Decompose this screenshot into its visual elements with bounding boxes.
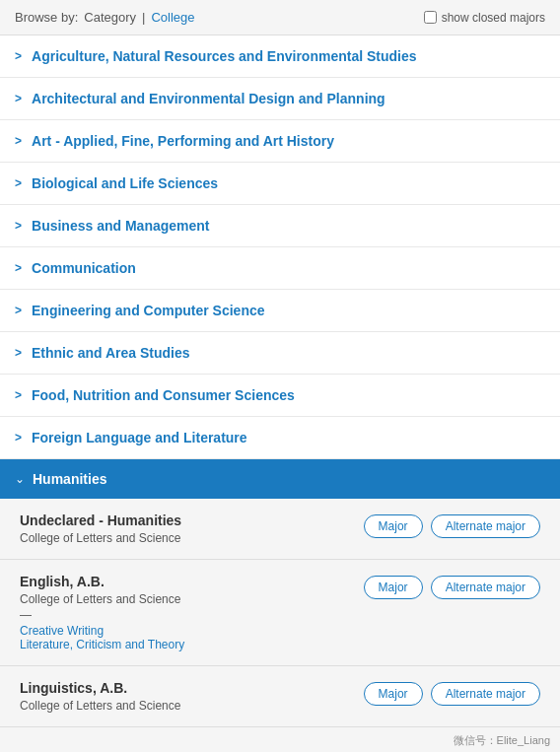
college-link[interactable]: College: [151, 10, 194, 25]
category-list: > Agriculture, Natural Resources and Env…: [0, 35, 560, 459]
alternate-major-button[interactable]: Alternate major: [431, 576, 540, 599]
major-college: College of Letters and Science: [20, 699, 364, 713]
category-label-ethnic: Ethnic and Area Studies: [32, 345, 190, 361]
chevron-right-icon: >: [15, 92, 22, 105]
category-label-food: Food, Nutrition and Consumer Sciences: [32, 387, 295, 403]
major-dash: —: [20, 608, 364, 622]
major-entry-0: Undeclared - Humanities College of Lette…: [0, 499, 560, 560]
category-item-business: > Business and Management: [0, 205, 560, 247]
chevron-right-icon: >: [15, 304, 22, 317]
category-row-engineering[interactable]: > Engineering and Computer Science: [0, 290, 560, 331]
chevron-right-icon: >: [15, 431, 22, 444]
major-info: Linguistics, A.B. College of Letters and…: [20, 680, 364, 713]
category-item-agriculture: > Agriculture, Natural Resources and Env…: [0, 35, 560, 78]
major-name: English, A.B.: [20, 574, 364, 589]
category-item-ethnic: > Ethnic and Area Studies: [0, 332, 560, 375]
expanded-header[interactable]: ⌄ Humanities: [0, 459, 560, 499]
chevron-right-icon: >: [15, 261, 22, 275]
chevron-right-icon: >: [15, 49, 22, 63]
separator: |: [142, 10, 145, 25]
expanded-section: ⌄ Humanities Undeclared - Humanities Col…: [0, 459, 560, 727]
category-row-architectural[interactable]: > Architectural and Environmental Design…: [0, 78, 560, 119]
category-label-foreign: Foreign Language and Literature: [32, 430, 247, 445]
category-label-agriculture: Agriculture, Natural Resources and Envir…: [32, 48, 417, 64]
major-buttons: Major Alternate major: [364, 514, 540, 538]
major-info: Undeclared - Humanities College of Lette…: [20, 513, 364, 545]
category-label-art: Art - Applied, Fine, Performing and Art …: [32, 133, 334, 149]
major-sub2: Literature, Criticism and Theory: [20, 638, 364, 651]
chevron-right-icon: >: [15, 176, 22, 190]
alternate-major-button[interactable]: Alternate major: [431, 514, 540, 538]
major-sub1: Creative Writing: [20, 624, 364, 638]
chevron-right-icon: >: [15, 388, 22, 402]
category-row-art[interactable]: > Art - Applied, Fine, Performing and Ar…: [0, 120, 560, 162]
chevron-right-icon: >: [15, 134, 22, 148]
major-college: College of Letters and Science: [20, 531, 364, 545]
chevron-right-icon: >: [15, 219, 22, 233]
category-label-communication: Communication: [32, 260, 136, 276]
major-college: College of Letters and Science: [20, 592, 364, 606]
major-entry-2: Linguistics, A.B. College of Letters and…: [0, 666, 560, 727]
category-label-architectural: Architectural and Environmental Design a…: [32, 91, 385, 106]
category-link[interactable]: Category: [84, 10, 136, 25]
watermark: 微信号：Elite_Liang: [0, 727, 560, 752]
major-info: English, A.B. College of Letters and Sci…: [20, 574, 364, 651]
category-item-biological: > Biological and Life Sciences: [0, 163, 560, 205]
category-label-biological: Biological and Life Sciences: [32, 175, 218, 191]
category-item-foreign: > Foreign Language and Literature: [0, 417, 560, 459]
category-item-art: > Art - Applied, Fine, Performing and Ar…: [0, 120, 560, 163]
category-row-foreign[interactable]: > Foreign Language and Literature: [0, 417, 560, 458]
category-row-ethnic[interactable]: > Ethnic and Area Studies: [0, 332, 560, 374]
category-label-engineering: Engineering and Computer Science: [32, 303, 265, 318]
major-button[interactable]: Major: [364, 576, 423, 599]
major-entry-1: English, A.B. College of Letters and Sci…: [0, 560, 560, 666]
show-closed-checkbox[interactable]: [424, 11, 437, 24]
category-row-food[interactable]: > Food, Nutrition and Consumer Sciences: [0, 375, 560, 416]
major-name: Undeclared - Humanities: [20, 513, 364, 528]
category-row-business[interactable]: > Business and Management: [0, 205, 560, 246]
browse-by: Browse by: Category | College: [15, 10, 195, 25]
chevron-right-icon: >: [15, 346, 22, 360]
major-name: Linguistics, A.B.: [20, 680, 364, 696]
major-button[interactable]: Major: [364, 514, 423, 538]
show-closed-container: show closed majors: [424, 11, 545, 25]
category-row-communication[interactable]: > Communication: [0, 247, 560, 289]
major-buttons: Major Alternate major: [364, 682, 540, 706]
alternate-major-button[interactable]: Alternate major: [431, 682, 540, 706]
top-bar: Browse by: Category | College show close…: [0, 0, 560, 35]
section-title: Humanities: [33, 471, 106, 487]
show-closed-label: show closed majors: [442, 11, 545, 25]
category-item-architectural: > Architectural and Environmental Design…: [0, 78, 560, 120]
browse-label: Browse by:: [15, 10, 78, 25]
category-item-food: > Food, Nutrition and Consumer Sciences: [0, 375, 560, 417]
category-item-communication: > Communication: [0, 247, 560, 290]
major-buttons: Major Alternate major: [364, 576, 540, 599]
category-row-agriculture[interactable]: > Agriculture, Natural Resources and Env…: [0, 35, 560, 77]
category-label-business: Business and Management: [32, 218, 210, 234]
category-row-biological[interactable]: > Biological and Life Sciences: [0, 163, 560, 204]
major-button[interactable]: Major: [364, 682, 423, 706]
chevron-down-icon: ⌄: [15, 472, 25, 486]
category-item-engineering: > Engineering and Computer Science: [0, 290, 560, 332]
